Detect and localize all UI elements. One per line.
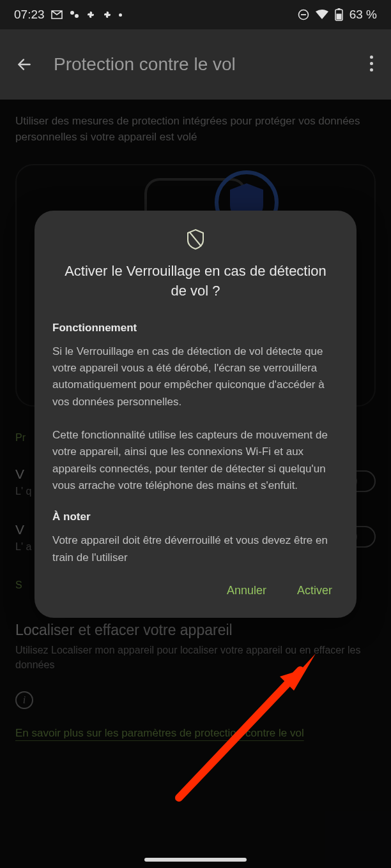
dialog-paragraph: Votre appareil doit être déverrouillé et…: [52, 532, 339, 566]
dialog-body: Fonctionnement Si le Verrouillage en cas…: [52, 322, 339, 566]
svg-point-0: [70, 11, 74, 15]
status-clock: 07:23: [14, 8, 45, 22]
setting-subtitle: L' q: [15, 484, 31, 498]
app-bar: Protection contre le vol: [0, 29, 391, 100]
page-title: Protection contre le vol: [54, 54, 236, 75]
dialog-shield-icon: [52, 228, 339, 250]
fan-icon: [102, 10, 112, 20]
dialog-title: Activer le Verrouillage en cas de détect…: [52, 262, 339, 301]
dialog-paragraph: Si le Verrouillage en cas de détection d…: [52, 343, 339, 410]
info-row: i: [15, 691, 376, 709]
status-right: 63 %: [298, 8, 377, 22]
battery-percent: 63 %: [349, 8, 377, 22]
dot-icon: [119, 13, 122, 17]
overflow-menu-button[interactable]: [362, 54, 381, 73]
dialog-paragraph: Cette fonctionnalité utilise les capteur…: [52, 427, 339, 494]
svg-rect-6: [336, 14, 341, 20]
learn-more-link[interactable]: En savoir plus sur les paramètres de pro…: [15, 727, 376, 740]
cancel-button[interactable]: Annuler: [224, 579, 269, 602]
fan-icon: [86, 10, 96, 20]
gmail-icon: [51, 10, 63, 19]
status-left: 07:23: [14, 8, 122, 22]
activity-icon: [69, 10, 79, 20]
battery-icon: [335, 8, 343, 21]
dialog-heading-how: Fonctionnement: [52, 322, 339, 334]
locate-heading: Localiser et effacer votre appareil: [15, 622, 376, 639]
confirm-dialog: Activer le Verrouillage en cas de détect…: [34, 211, 356, 618]
dnd-icon: [298, 9, 309, 20]
dialog-heading-note: À noter: [52, 511, 339, 523]
dialog-actions: Annuler Activer: [52, 579, 339, 606]
locate-subtitle: Utilisez Localiser mon appareil pour loc…: [15, 643, 376, 672]
info-icon: i: [15, 691, 33, 709]
page-description: Utiliser des mesures de protection intég…: [15, 114, 376, 145]
back-button[interactable]: [13, 53, 36, 76]
setting-title: V: [15, 467, 31, 482]
wifi-icon: [316, 10, 328, 20]
setting-title: V: [15, 522, 31, 537]
status-bar: 07:23 63 %: [0, 0, 391, 29]
svg-point-1: [75, 14, 79, 18]
setting-subtitle: L' a: [15, 540, 31, 554]
confirm-button[interactable]: Activer: [295, 579, 335, 602]
gesture-handle[interactable]: [144, 858, 247, 862]
